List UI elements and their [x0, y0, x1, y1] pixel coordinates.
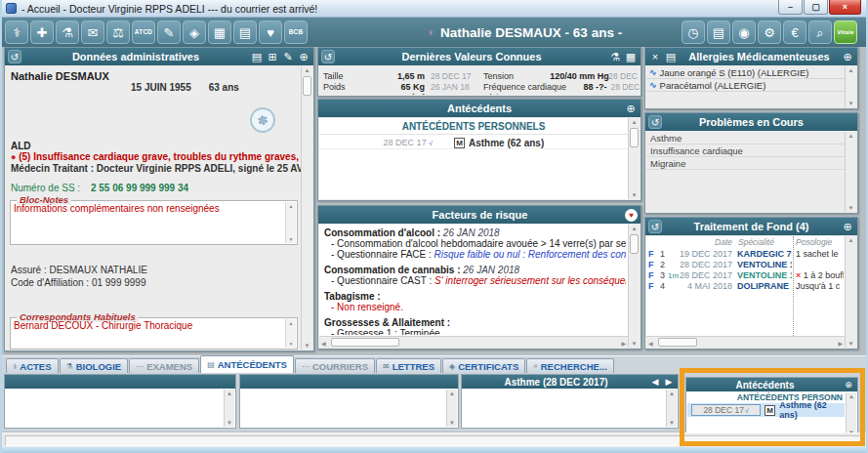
print-icon[interactable]: ▤	[664, 50, 678, 63]
history-icon[interactable]: ↺	[648, 115, 662, 129]
bcb-icon[interactable]: BCB	[284, 21, 308, 44]
antecedents-mid-scrollbar[interactable]	[628, 118, 640, 199]
cannabis-heading: Consommation de cannabis : 26 JAN 2018	[324, 265, 626, 275]
bottom-panel-2-scrollbar[interactable]	[446, 390, 457, 427]
posologie: Jusqu'à 1 c	[796, 281, 844, 291]
correspondant-text[interactable]: Bernard DECOUX - Chirurgie Thoracique	[14, 320, 283, 331]
episode-panel-scrollbar[interactable]	[666, 390, 677, 427]
print-icon[interactable]: ▤	[250, 50, 264, 63]
alcool-line1: - Consommation d'alcool hebdomadaire avo…	[324, 238, 626, 249]
scanner-icon[interactable]: ▤	[707, 21, 730, 44]
problemes-scrollbar[interactable]	[845, 132, 856, 212]
contacts-icon[interactable]: ▤	[233, 21, 257, 44]
tab-courriers[interactable]: ⋯COURRIERS	[295, 358, 375, 373]
antecedents-bottom-scrollbar[interactable]	[846, 392, 856, 436]
close-button[interactable]: ×	[829, 0, 861, 15]
certificate-icon[interactable]: ◈	[183, 21, 206, 44]
settings-icon[interactable]: ⚙	[758, 21, 781, 44]
chart-icon[interactable]: ▦	[624, 50, 638, 63]
antecedent-label: Asthme (62 ans)	[469, 138, 544, 148]
certificate-icon: ◈	[449, 362, 455, 371]
col-date: Date	[678, 237, 732, 247]
traitement-hscrollbar[interactable]	[646, 336, 845, 348]
patient-search-icon[interactable]: ⌕	[808, 21, 832, 44]
minimize-button[interactable]: –	[778, 0, 803, 15]
traitement-row[interactable]: F119 DEC 2017KARDEGIC 75MG SACH1 sachet …	[648, 249, 844, 260]
letter-write-icon[interactable]: ✎	[157, 21, 181, 44]
mail-icon[interactable]: ✉	[81, 21, 104, 44]
prev-icon[interactable]: ◀	[649, 376, 661, 388]
tab-actes[interactable]: ⚕ACTES	[6, 358, 59, 373]
main-area: ↺ Données administratives ▤ ⊞ ✎ ⊕ Nathal…	[2, 47, 866, 355]
timer-icon[interactable]: ◷	[682, 21, 705, 44]
tab-lettres[interactable]: ✉LETTRES	[376, 358, 441, 373]
cast-result: S' interroger sérieusement sur les consé…	[434, 275, 626, 286]
add-icon[interactable]: ⊕	[297, 50, 310, 63]
calendar-icon[interactable]: ▦	[208, 21, 231, 44]
heart-icon[interactable]: ♥	[625, 209, 638, 222]
facteurs-vscrollbar[interactable]	[628, 225, 640, 348]
history-icon[interactable]: ↺	[321, 50, 335, 63]
history-icon[interactable]: ↺	[648, 220, 662, 233]
grossesse-value: - Grossesse 1 : Terminée.	[324, 328, 626, 335]
patient-name-age: Nathalie DESMAUX - 63 ans -	[440, 25, 622, 40]
allergies-scrollbar[interactable]	[845, 66, 856, 107]
next-icon[interactable]: ▶	[663, 376, 675, 388]
age: 63 ans	[209, 82, 239, 93]
facteurs-hscrollbar[interactable]	[319, 336, 628, 348]
bottom-panel-1-body[interactable]	[6, 390, 234, 427]
medication-icon[interactable]: ✚	[30, 21, 54, 44]
check-icon: √	[429, 140, 433, 146]
bottom-panel-2-body[interactable]	[241, 390, 457, 427]
maximize-button[interactable]: ▢	[804, 0, 828, 15]
add-icon[interactable]: ⊕	[841, 220, 854, 233]
stethoscope-icon[interactable]: ⚕	[5, 21, 28, 44]
copy-icon[interactable]: ⊞	[266, 50, 279, 63]
vitale-card-icon[interactable]: Vitale	[834, 21, 857, 44]
antecedent-row[interactable]: 28 DEC 17 √ M Asthme (62 ans)	[319, 137, 628, 149]
edit-icon[interactable]: ✎	[281, 50, 295, 63]
admin-panel-header: ↺ Données administratives ▤ ⊞ ✎ ⊕	[5, 48, 313, 65]
probleme-row[interactable]: Asthme	[646, 132, 845, 144]
bloc-notes-scrollbar[interactable]	[285, 202, 296, 243]
valeurs-panel: ↺ Dernières Valeurs Connues ⚗ ▦ Taille1,…	[317, 47, 641, 97]
allergy-row[interactable]: ∿Paracétamol (ALLERGIE)	[646, 79, 845, 92]
allergies-panel: × ▤ Allergies Médicamenteuses ⊕ ∿Jaune o…	[644, 47, 858, 109]
admin-scrollbar[interactable]	[301, 66, 312, 350]
probleme-row[interactable]: Insuffisance cardiaque	[646, 144, 845, 157]
billing-euro-icon[interactable]: €	[783, 21, 806, 44]
atcd-icon[interactable]: ATCD	[132, 21, 155, 44]
tab-examens[interactable]: ⋯EXAMENS	[129, 358, 199, 373]
close-icon[interactable]: ×	[648, 50, 662, 63]
correspondants-scrollbar[interactable]	[285, 319, 296, 348]
selected-antecedent-row[interactable]: 28 DEC 17√ M Asthme (62 ans)	[687, 403, 845, 417]
probleme-row[interactable]: Migraine	[646, 157, 845, 170]
tab-biologie[interactable]: ⚗BIOLOGIE	[60, 358, 129, 373]
traitement-vscrollbar[interactable]	[845, 236, 856, 348]
traitement-row[interactable]: F228 DEC 2017VENTOLINE 1,25MG/2,5	[648, 260, 844, 270]
bloc-notes-text[interactable]: Informations complémentaires non renseig…	[14, 203, 283, 214]
microscope-icon[interactable]: ⚗	[56, 21, 79, 44]
window-controls: – ▢ ×	[777, 0, 861, 15]
tab-certificats[interactable]: ◈CERTIFICATS	[442, 358, 525, 373]
antecedents-bottom-panel: Antécédents ⊕ ANTÉCÉDENTS PERSONN 28 DEC…	[685, 377, 858, 438]
antecedent-date-cell[interactable]: 28 DEC 17√	[691, 404, 761, 416]
allergy-row[interactable]: ∿Jaune orangé S (E110) (ALLERGIE)	[646, 66, 845, 79]
add-icon[interactable]: ⊕	[624, 102, 638, 115]
traitement-row[interactable]: F31m28 DEC 2017VENTOLINE 100MCG/DO× 1 à …	[648, 270, 844, 281]
flask-icon[interactable]: ⚗	[608, 50, 622, 63]
tab-antecedents[interactable]: ▤ANTÉCÉDENTS	[200, 355, 294, 373]
add-icon[interactable]: ⊕	[841, 50, 854, 63]
add-icon[interactable]: ⊕	[843, 379, 854, 391]
bottom-panel-1-scrollbar[interactable]	[224, 390, 234, 427]
traitement-row[interactable]: F44 MAI 2018DOLIPRANE 1 000MG CJusqu'à 1…	[648, 281, 844, 292]
tabagisme-heading: Tabagisme :	[324, 291, 626, 302]
heart-alert-icon[interactable]: ♥	[259, 21, 282, 44]
history-icon[interactable]: ↺	[8, 50, 21, 63]
scales-icon[interactable]: ⚖	[106, 21, 130, 44]
posologie: × 1 à 2 bouff	[796, 270, 844, 280]
allergy-icon: ∿	[649, 80, 657, 90]
episode-panel-body[interactable]	[463, 390, 677, 427]
tab-recherche[interactable]: ⌕RECHERCHE...	[526, 358, 614, 373]
camera-icon[interactable]: ◉	[732, 21, 756, 44]
